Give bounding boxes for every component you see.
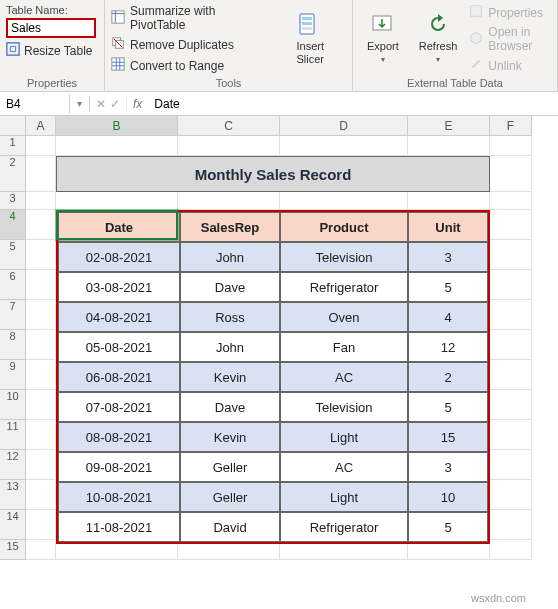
col-header-B[interactable]: B bbox=[56, 116, 178, 136]
ext-properties-button: Properties bbox=[469, 4, 551, 21]
row-header[interactable]: 3 bbox=[0, 192, 26, 210]
name-box-chevron[interactable]: ▾ bbox=[70, 96, 90, 111]
th-product[interactable]: Product bbox=[280, 212, 408, 242]
row-headers: 1 2 3 4 5 6 7 8 9 10 11 12 13 14 15 bbox=[0, 136, 26, 609]
refresh-icon bbox=[424, 13, 452, 38]
group-label-external: External Table Data bbox=[359, 75, 551, 89]
svg-rect-7 bbox=[302, 22, 312, 25]
pivot-icon bbox=[111, 10, 125, 27]
chevron-down-icon: ▾ bbox=[436, 55, 440, 64]
refresh-button[interactable]: Refresh▾ bbox=[411, 4, 466, 74]
ext-properties-label: Properties bbox=[488, 6, 543, 20]
summarize-pivot-button[interactable]: Summarize with PivotTable bbox=[111, 4, 267, 32]
cells-area[interactable]: Monthly Sales Record Date SalesRep Produ… bbox=[26, 136, 532, 609]
group-label-tools: Tools bbox=[111, 75, 346, 89]
row-header[interactable]: 10 bbox=[0, 390, 26, 420]
row-header[interactable]: 8 bbox=[0, 330, 26, 360]
svg-rect-6 bbox=[302, 17, 312, 20]
table-row: 11-08-2021DavidRefrigerator5 bbox=[58, 512, 488, 542]
ribbon-group-properties: Table Name: Resize Table Properties bbox=[0, 0, 105, 91]
table-name-label: Table Name: bbox=[6, 4, 98, 16]
resize-icon bbox=[6, 42, 20, 59]
table-row: 05-08-2021JohnFan12 bbox=[58, 332, 488, 362]
row-header[interactable]: 9 bbox=[0, 360, 26, 390]
svg-rect-1 bbox=[112, 10, 124, 22]
select-all-corner[interactable] bbox=[0, 116, 26, 136]
row-header[interactable]: 6 bbox=[0, 270, 26, 300]
remove-dup-icon bbox=[111, 36, 125, 53]
fx-icon[interactable]: fx bbox=[127, 97, 148, 111]
browser-icon bbox=[469, 31, 483, 48]
row-header[interactable]: 14 bbox=[0, 510, 26, 540]
slicer-icon bbox=[296, 13, 324, 38]
worksheet-grid: A B C D E F 1 2 3 4 5 6 7 8 9 10 11 12 1… bbox=[0, 116, 558, 609]
refresh-label: Refresh▾ bbox=[419, 40, 458, 65]
svg-rect-8 bbox=[302, 27, 312, 30]
row-header[interactable]: 12 bbox=[0, 450, 26, 480]
ribbon-group-external: Export▾ Refresh▾ Properties Open in Brow… bbox=[353, 0, 558, 91]
convert-label: Convert to Range bbox=[130, 59, 224, 73]
svg-rect-10 bbox=[471, 6, 482, 17]
row-header[interactable]: 2 bbox=[0, 156, 26, 192]
table-row: 08-08-2021KevinLight15 bbox=[58, 422, 488, 452]
resize-table-label: Resize Table bbox=[24, 44, 92, 58]
export-label: Export▾ bbox=[367, 40, 399, 65]
table-row: 07-08-2021DaveTelevision5 bbox=[58, 392, 488, 422]
row-header[interactable]: 11 bbox=[0, 420, 26, 450]
col-header-C[interactable]: C bbox=[178, 116, 280, 136]
watermark: wsxdn.com bbox=[471, 592, 526, 604]
enter-icon: ✓ bbox=[110, 97, 120, 111]
th-salesrep[interactable]: SalesRep bbox=[180, 212, 280, 242]
table-row: 04-08-2021RossOven4 bbox=[58, 302, 488, 332]
row-header[interactable]: 15 bbox=[0, 540, 26, 560]
unlink-button: Unlink bbox=[469, 57, 551, 74]
remove-duplicates-button[interactable]: Remove Duplicates bbox=[111, 36, 267, 53]
row-header[interactable]: 4 bbox=[0, 210, 26, 240]
summarize-label: Summarize with PivotTable bbox=[130, 4, 267, 32]
table-name-input[interactable] bbox=[6, 18, 96, 38]
export-button[interactable]: Export▾ bbox=[359, 4, 407, 74]
unlink-icon bbox=[469, 57, 483, 74]
column-headers: A B C D E F bbox=[26, 116, 532, 136]
ribbon: Table Name: Resize Table Properties Summ… bbox=[0, 0, 558, 92]
col-header-E[interactable]: E bbox=[408, 116, 490, 136]
remove-dup-label: Remove Duplicates bbox=[130, 38, 234, 52]
col-header-D[interactable]: D bbox=[280, 116, 408, 136]
open-browser-button: Open in Browser bbox=[469, 25, 551, 53]
table-row: 02-08-2021JohnTelevision3 bbox=[58, 242, 488, 272]
col-header-A[interactable]: A bbox=[26, 116, 56, 136]
group-label-properties: Properties bbox=[6, 75, 98, 89]
row-header[interactable]: 7 bbox=[0, 300, 26, 330]
svg-rect-4 bbox=[112, 58, 124, 70]
formula-input[interactable] bbox=[148, 95, 558, 113]
row-header[interactable]: 13 bbox=[0, 480, 26, 510]
convert-range-button[interactable]: Convert to Range bbox=[111, 57, 267, 74]
table-row: 09-08-2021GellerAC3 bbox=[58, 452, 488, 482]
name-box[interactable] bbox=[0, 95, 70, 113]
ribbon-group-tools: Summarize with PivotTable Remove Duplica… bbox=[105, 0, 353, 91]
col-header-F[interactable]: F bbox=[490, 116, 532, 136]
sheet-title: Monthly Sales Record bbox=[56, 156, 490, 192]
formula-bar: ▾ ✕ ✓ fx bbox=[0, 92, 558, 116]
cancel-icon: ✕ bbox=[96, 97, 106, 111]
convert-icon bbox=[111, 57, 125, 74]
table-row: 03-08-2021DaveRefrigerator5 bbox=[58, 272, 488, 302]
th-date[interactable]: Date bbox=[58, 212, 180, 242]
resize-table-button[interactable]: Resize Table bbox=[6, 42, 98, 59]
unlink-label: Unlink bbox=[488, 59, 521, 73]
th-unit[interactable]: Unit bbox=[408, 212, 488, 242]
table-row: 06-08-2021KevinAC2 bbox=[58, 362, 488, 392]
svg-rect-0 bbox=[7, 43, 19, 55]
row-header[interactable]: 5 bbox=[0, 240, 26, 270]
insert-slicer-button[interactable]: Insert Slicer bbox=[275, 4, 346, 74]
row-header[interactable]: 1 bbox=[0, 136, 26, 156]
table-row: 10-08-2021GellerLight10 bbox=[58, 482, 488, 512]
data-table: Date SalesRep Product Unit 02-08-2021Joh… bbox=[56, 210, 490, 544]
insert-slicer-label: Insert Slicer bbox=[283, 40, 338, 64]
table-header-row: Date SalesRep Product Unit bbox=[58, 212, 488, 242]
chevron-down-icon: ▾ bbox=[381, 55, 385, 64]
svg-point-11 bbox=[471, 32, 482, 43]
properties-icon bbox=[469, 4, 483, 21]
export-icon bbox=[369, 13, 397, 38]
open-browser-label: Open in Browser bbox=[488, 25, 551, 53]
